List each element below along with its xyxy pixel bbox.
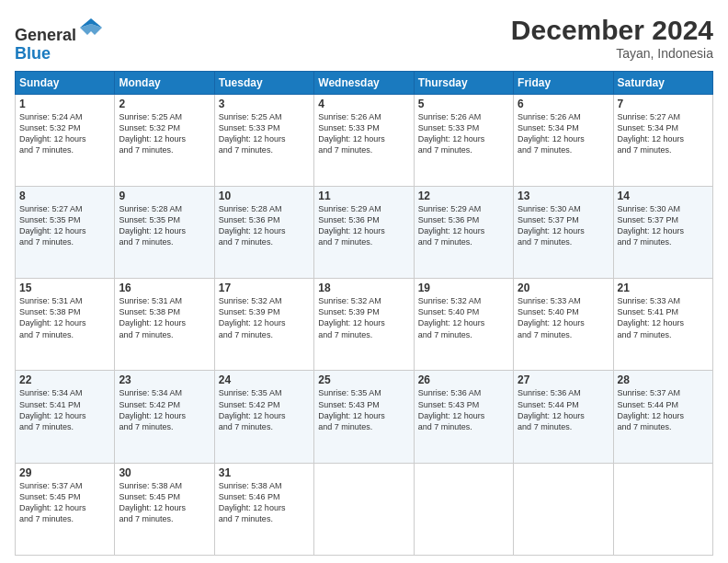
day-number: 6: [518, 98, 609, 110]
day-info: Sunrise: 5:38 AMSunset: 5:45 PMDaylight:…: [119, 480, 210, 525]
day-info: Sunrise: 5:30 AMSunset: 5:37 PMDaylight:…: [518, 203, 609, 248]
calendar-cell: 25 Sunrise: 5:35 AMSunset: 5:43 PMDaylig…: [314, 371, 414, 463]
day-number: 23: [119, 373, 210, 386]
day-number: 13: [518, 190, 609, 202]
calendar-header-thursday: Thursday: [414, 71, 513, 94]
calendar-cell: 24 Sunrise: 5:35 AMSunset: 5:42 PMDaylig…: [214, 371, 313, 463]
calendar-cell: [314, 463, 414, 555]
calendar-cell: 27 Sunrise: 5:36 AMSunset: 5:44 PMDaylig…: [514, 371, 613, 463]
calendar-body: 1 Sunrise: 5:24 AMSunset: 5:32 PMDayligh…: [16, 94, 713, 555]
day-number: 8: [19, 190, 110, 202]
day-number: 30: [119, 466, 210, 479]
calendar-cell: 28 Sunrise: 5:37 AMSunset: 5:44 PMDaylig…: [613, 371, 712, 463]
day-info: Sunrise: 5:27 AMSunset: 5:35 PMDaylight:…: [19, 203, 110, 248]
day-number: 31: [219, 466, 310, 479]
day-info: Sunrise: 5:36 AMSunset: 5:44 PMDaylight:…: [518, 387, 609, 432]
day-number: 3: [219, 98, 310, 110]
calendar-cell: 8 Sunrise: 5:27 AMSunset: 5:35 PMDayligh…: [16, 186, 115, 278]
calendar-header-saturday: Saturday: [613, 71, 712, 94]
day-number: 12: [418, 190, 509, 202]
day-info: Sunrise: 5:29 AMSunset: 5:36 PMDaylight:…: [418, 203, 509, 248]
calendar-week-3: 15 Sunrise: 5:31 AMSunset: 5:38 PMDaylig…: [16, 279, 713, 371]
calendar-cell: 30 Sunrise: 5:38 AMSunset: 5:45 PMDaylig…: [115, 463, 214, 555]
day-info: Sunrise: 5:34 AMSunset: 5:41 PMDaylight:…: [19, 387, 110, 432]
day-number: 28: [618, 373, 709, 386]
day-number: 1: [19, 98, 110, 110]
calendar-week-2: 8 Sunrise: 5:27 AMSunset: 5:35 PMDayligh…: [16, 186, 713, 278]
calendar-cell: 22 Sunrise: 5:34 AMSunset: 5:41 PMDaylig…: [16, 371, 115, 463]
day-info: Sunrise: 5:26 AMSunset: 5:33 PMDaylight:…: [418, 111, 509, 156]
day-number: 2: [119, 98, 210, 110]
calendar-header-monday: Monday: [115, 71, 214, 94]
day-number: 14: [618, 190, 709, 202]
logo: General Blue: [15, 15, 104, 63]
calendar-cell: 9 Sunrise: 5:28 AMSunset: 5:35 PMDayligh…: [115, 186, 214, 278]
calendar-cell: 18 Sunrise: 5:32 AMSunset: 5:39 PMDaylig…: [314, 279, 414, 371]
calendar-cell: 4 Sunrise: 5:26 AMSunset: 5:33 PMDayligh…: [314, 94, 414, 186]
calendar-cell: 11 Sunrise: 5:29 AMSunset: 5:36 PMDaylig…: [314, 186, 414, 278]
logo-bird-icon: [78, 15, 104, 40]
calendar-week-4: 22 Sunrise: 5:34 AMSunset: 5:41 PMDaylig…: [16, 371, 713, 463]
calendar-cell: 15 Sunrise: 5:31 AMSunset: 5:38 PMDaylig…: [16, 279, 115, 371]
calendar-cell: 12 Sunrise: 5:29 AMSunset: 5:36 PMDaylig…: [414, 186, 513, 278]
calendar-cell: 17 Sunrise: 5:32 AMSunset: 5:39 PMDaylig…: [214, 279, 313, 371]
day-number: 15: [19, 282, 110, 294]
day-info: Sunrise: 5:24 AMSunset: 5:32 PMDaylight:…: [19, 111, 110, 156]
calendar-cell: 21 Sunrise: 5:33 AMSunset: 5:41 PMDaylig…: [613, 279, 712, 371]
calendar-cell: 20 Sunrise: 5:33 AMSunset: 5:40 PMDaylig…: [514, 279, 613, 371]
calendar-cell: 23 Sunrise: 5:34 AMSunset: 5:42 PMDaylig…: [115, 371, 214, 463]
logo-general: General: [15, 26, 76, 44]
day-number: 17: [219, 282, 310, 294]
day-info: Sunrise: 5:28 AMSunset: 5:36 PMDaylight:…: [219, 203, 310, 248]
calendar-cell: 19 Sunrise: 5:32 AMSunset: 5:40 PMDaylig…: [414, 279, 513, 371]
day-info: Sunrise: 5:25 AMSunset: 5:32 PMDaylight:…: [119, 111, 210, 156]
day-number: 7: [618, 98, 709, 110]
calendar-cell: [414, 463, 513, 555]
day-info: Sunrise: 5:33 AMSunset: 5:40 PMDaylight:…: [518, 295, 609, 340]
day-number: 11: [318, 190, 409, 202]
location: Tayan, Indonesia: [511, 46, 713, 61]
day-info: Sunrise: 5:33 AMSunset: 5:41 PMDaylight:…: [618, 295, 709, 340]
day-info: Sunrise: 5:34 AMSunset: 5:42 PMDaylight:…: [119, 387, 210, 432]
calendar-cell: 1 Sunrise: 5:24 AMSunset: 5:32 PMDayligh…: [16, 94, 115, 186]
calendar-cell: 13 Sunrise: 5:30 AMSunset: 5:37 PMDaylig…: [514, 186, 613, 278]
calendar-cell: 6 Sunrise: 5:26 AMSunset: 5:34 PMDayligh…: [514, 94, 613, 186]
calendar-week-5: 29 Sunrise: 5:37 AMSunset: 5:45 PMDaylig…: [16, 463, 713, 555]
day-number: 26: [418, 373, 509, 386]
day-info: Sunrise: 5:29 AMSunset: 5:36 PMDaylight:…: [318, 203, 409, 248]
day-number: 29: [19, 466, 110, 479]
logo-blue: Blue: [15, 44, 51, 63]
day-info: Sunrise: 5:30 AMSunset: 5:37 PMDaylight:…: [618, 203, 709, 248]
calendar-cell: 5 Sunrise: 5:26 AMSunset: 5:33 PMDayligh…: [414, 94, 513, 186]
day-number: 5: [418, 98, 509, 110]
day-info: Sunrise: 5:26 AMSunset: 5:34 PMDaylight:…: [518, 111, 609, 156]
day-info: Sunrise: 5:35 AMSunset: 5:42 PMDaylight:…: [219, 387, 310, 432]
page: General Blue December 2024 Tayan, Indone…: [0, 0, 728, 563]
day-info: Sunrise: 5:28 AMSunset: 5:35 PMDaylight:…: [119, 203, 210, 248]
day-number: 16: [119, 282, 210, 294]
day-info: Sunrise: 5:26 AMSunset: 5:33 PMDaylight:…: [318, 111, 409, 156]
day-number: 22: [19, 373, 110, 386]
calendar-header-row: SundayMondayTuesdayWednesdayThursdayFrid…: [16, 71, 713, 94]
day-number: 25: [318, 373, 409, 386]
day-number: 27: [518, 373, 609, 386]
month-title: December 2024: [511, 15, 713, 46]
day-number: 21: [618, 282, 709, 294]
calendar-cell: 16 Sunrise: 5:31 AMSunset: 5:38 PMDaylig…: [115, 279, 214, 371]
calendar-cell: 29 Sunrise: 5:37 AMSunset: 5:45 PMDaylig…: [16, 463, 115, 555]
day-info: Sunrise: 5:32 AMSunset: 5:39 PMDaylight:…: [318, 295, 409, 340]
day-number: 24: [219, 373, 310, 386]
day-number: 18: [318, 282, 409, 294]
day-info: Sunrise: 5:38 AMSunset: 5:46 PMDaylight:…: [219, 480, 310, 525]
calendar-cell: 26 Sunrise: 5:36 AMSunset: 5:43 PMDaylig…: [414, 371, 513, 463]
day-info: Sunrise: 5:32 AMSunset: 5:39 PMDaylight:…: [219, 295, 310, 340]
day-info: Sunrise: 5:31 AMSunset: 5:38 PMDaylight:…: [19, 295, 110, 340]
calendar-week-1: 1 Sunrise: 5:24 AMSunset: 5:32 PMDayligh…: [16, 94, 713, 186]
day-number: 20: [518, 282, 609, 294]
day-info: Sunrise: 5:32 AMSunset: 5:40 PMDaylight:…: [418, 295, 509, 340]
calendar-cell: [514, 463, 613, 555]
title-block: December 2024 Tayan, Indonesia: [511, 15, 713, 61]
day-info: Sunrise: 5:37 AMSunset: 5:45 PMDaylight:…: [19, 480, 110, 525]
day-info: Sunrise: 5:31 AMSunset: 5:38 PMDaylight:…: [119, 295, 210, 340]
day-number: 10: [219, 190, 310, 202]
